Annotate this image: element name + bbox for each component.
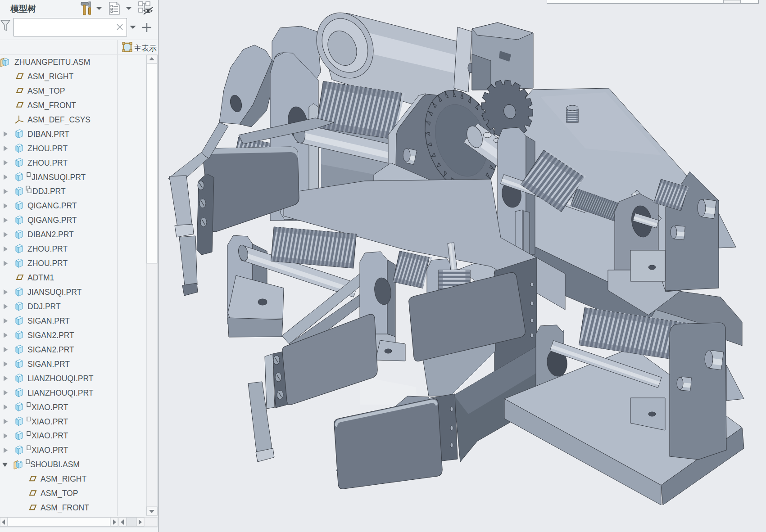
svg-text:ADTM1: ADTM1 — [27, 273, 54, 282]
svg-text:SIGAN2.PRT: SIGAN2.PRT — [27, 345, 74, 354]
svg-text:JIANSUQI.PRT: JIANSUQI.PRT — [27, 288, 82, 297]
svg-text:XIAO.PRT: XIAO.PRT — [32, 431, 68, 440]
svg-text:ASM_FRONT: ASM_FRONT — [27, 101, 76, 110]
svg-text:LIANZHOUQI.PRT: LIANZHOUQI.PRT — [27, 388, 94, 397]
svg-text:ASM_DEF_CSYS: ASM_DEF_CSYS — [27, 115, 91, 125]
svg-text:模型树: 模型树 — [10, 4, 36, 14]
svg-text:DDJ.PRT: DDJ.PRT — [27, 302, 61, 311]
svg-text:ZHUANGPEITU.ASM: ZHUANGPEITU.ASM — [14, 58, 90, 67]
svg-text:ZHOU.PRT: ZHOU.PRT — [27, 158, 68, 167]
svg-text:ASM_FRONT: ASM_FRONT — [41, 503, 89, 513]
svg-text:SHOUBI.ASM: SHOUBI.ASM — [30, 460, 80, 469]
svg-text:SIGAN.PRT: SIGAN.PRT — [27, 316, 70, 325]
svg-text:QIGANG.PRT: QIGANG.PRT — [27, 201, 77, 210]
svg-text:XIAO.PRT: XIAO.PRT — [32, 403, 68, 412]
svg-text:XIAO.PRT: XIAO.PRT — [32, 446, 68, 455]
svg-text:ASM_RIGHT: ASM_RIGHT — [27, 72, 73, 81]
svg-text:LIANZHOUQI.PRT: LIANZHOUQI.PRT — [27, 374, 94, 383]
svg-text:SIGAN2.PRT: SIGAN2.PRT — [27, 331, 74, 340]
svg-text:QIGANG.PRT: QIGANG.PRT — [27, 216, 77, 225]
svg-text:DIBAN.PRT: DIBAN.PRT — [27, 130, 69, 139]
svg-text:主表示: 主表示 — [134, 44, 157, 53]
svg-text:JIANSUQI.PRT: JIANSUQI.PRT — [32, 173, 86, 182]
svg-text:ZHOU.PRT: ZHOU.PRT — [27, 144, 68, 153]
svg-text:ASM_TOP: ASM_TOP — [41, 489, 78, 498]
svg-text:DDJ.PRT: DDJ.PRT — [32, 187, 66, 196]
svg-text:SIGAN.PRT: SIGAN.PRT — [27, 360, 70, 369]
svg-text:ZHOU.PRT: ZHOU.PRT — [27, 244, 68, 253]
svg-text:ASM_TOP: ASM_TOP — [27, 86, 65, 96]
svg-text:ZHOU.PRT: ZHOU.PRT — [27, 259, 68, 268]
svg-text:XIAO.PRT: XIAO.PRT — [32, 417, 68, 426]
svg-text:DIBAN2.PRT: DIBAN2.PRT — [27, 230, 74, 239]
svg-text:ASM_RIGHT: ASM_RIGHT — [41, 474, 86, 484]
